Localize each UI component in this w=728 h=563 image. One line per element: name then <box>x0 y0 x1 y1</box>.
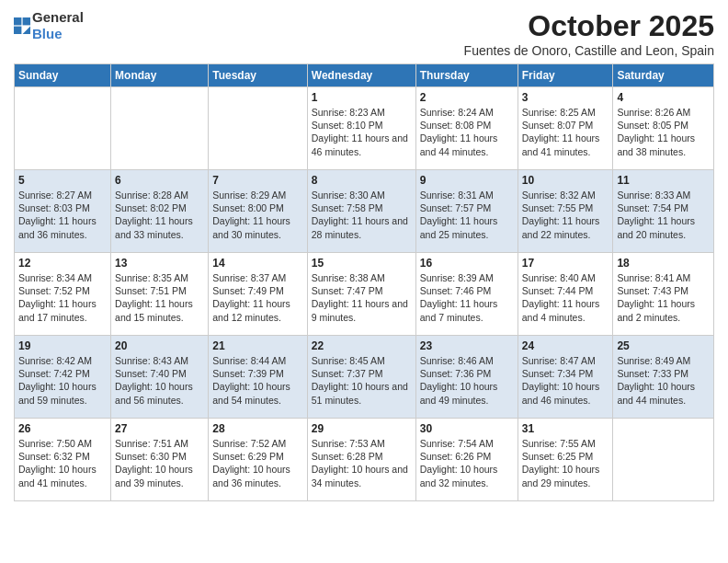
day-cell: 17Sunrise: 8:40 AMSunset: 7:44 PMDayligh… <box>518 253 613 336</box>
day-number: 12 <box>18 257 107 270</box>
day-info: Sunrise: 8:31 AMSunset: 7:57 PMDaylight:… <box>420 190 498 240</box>
day-number: 9 <box>420 174 514 187</box>
day-number: 19 <box>18 339 107 352</box>
col-sunday: Sunday <box>15 64 111 87</box>
day-info: Sunrise: 8:46 AMSunset: 7:36 PMDaylight:… <box>420 355 498 406</box>
calendar-header: Sunday Monday Tuesday Wednesday Thursday… <box>15 64 714 87</box>
day-cell: 24Sunrise: 8:47 AMSunset: 7:34 PMDayligh… <box>518 336 613 419</box>
day-info: Sunrise: 7:51 AMSunset: 6:30 PMDaylight:… <box>115 438 193 488</box>
title-area: October 2025 Fuentes de Onoro, Castille … <box>464 9 714 58</box>
day-info: Sunrise: 8:35 AMSunset: 7:51 PMDaylight:… <box>115 272 193 323</box>
day-number: 3 <box>522 91 609 104</box>
day-cell <box>15 87 111 170</box>
day-info: Sunrise: 7:50 AMSunset: 6:32 PMDaylight:… <box>18 438 97 488</box>
day-cell: 6Sunrise: 8:28 AMSunset: 8:02 PMDaylight… <box>111 170 209 253</box>
day-number: 31 <box>522 422 609 435</box>
header-row: Sunday Monday Tuesday Wednesday Thursday… <box>15 64 714 87</box>
day-cell: 13Sunrise: 8:35 AMSunset: 7:51 PMDayligh… <box>111 253 209 336</box>
day-number: 23 <box>420 339 514 352</box>
col-friday: Friday <box>518 64 613 87</box>
day-number: 18 <box>617 257 710 270</box>
week-row-0: 1Sunrise: 8:23 AMSunset: 8:10 PMDaylight… <box>15 87 714 170</box>
day-cell: 18Sunrise: 8:41 AMSunset: 7:43 PMDayligh… <box>613 253 714 336</box>
day-info: Sunrise: 8:37 AMSunset: 7:49 PMDaylight:… <box>212 272 290 323</box>
day-info: Sunrise: 8:41 AMSunset: 7:43 PMDaylight:… <box>617 272 695 323</box>
day-number: 17 <box>522 257 609 270</box>
subtitle: Fuentes de Onoro, Castille and Leon, Spa… <box>464 43 714 58</box>
day-info: Sunrise: 8:44 AMSunset: 7:39 PMDaylight:… <box>212 355 290 406</box>
day-cell: 31Sunrise: 7:55 AMSunset: 6:25 PMDayligh… <box>518 419 613 501</box>
day-cell: 28Sunrise: 7:52 AMSunset: 6:29 PMDayligh… <box>209 419 308 501</box>
day-info: Sunrise: 8:32 AMSunset: 7:55 PMDaylight:… <box>522 190 600 240</box>
day-cell: 9Sunrise: 8:31 AMSunset: 7:57 PMDaylight… <box>415 170 518 253</box>
week-row-4: 26Sunrise: 7:50 AMSunset: 6:32 PMDayligh… <box>15 419 714 501</box>
day-info: Sunrise: 8:43 AMSunset: 7:40 PMDaylight:… <box>115 355 193 406</box>
day-info: Sunrise: 8:45 AMSunset: 7:37 PMDaylight:… <box>312 355 408 406</box>
day-cell: 8Sunrise: 8:30 AMSunset: 7:58 PMDaylight… <box>307 170 415 253</box>
svg-rect-0 <box>14 17 21 25</box>
day-number: 2 <box>420 91 514 104</box>
day-cell <box>613 419 714 501</box>
svg-rect-1 <box>23 17 30 25</box>
header: General Blue October 2025 Fuentes de Ono… <box>14 9 714 58</box>
day-info: Sunrise: 7:53 AMSunset: 6:28 PMDaylight:… <box>312 438 408 488</box>
day-number: 11 <box>617 174 710 187</box>
day-number: 29 <box>312 422 412 435</box>
day-number: 6 <box>115 174 204 187</box>
day-cell <box>209 87 308 170</box>
day-info: Sunrise: 8:28 AMSunset: 8:02 PMDaylight:… <box>115 190 193 240</box>
day-number: 21 <box>212 339 303 352</box>
day-number: 25 <box>617 339 710 352</box>
logo-blue: Blue <box>32 26 63 41</box>
day-cell: 15Sunrise: 8:38 AMSunset: 7:47 PMDayligh… <box>307 253 415 336</box>
week-row-2: 12Sunrise: 8:34 AMSunset: 7:52 PMDayligh… <box>15 253 714 336</box>
day-cell: 7Sunrise: 8:29 AMSunset: 8:00 PMDaylight… <box>209 170 308 253</box>
day-info: Sunrise: 8:38 AMSunset: 7:47 PMDaylight:… <box>312 272 408 323</box>
day-number: 13 <box>115 257 204 270</box>
day-cell: 26Sunrise: 7:50 AMSunset: 6:32 PMDayligh… <box>15 419 111 501</box>
day-cell: 2Sunrise: 8:24 AMSunset: 8:08 PMDaylight… <box>415 87 518 170</box>
day-cell: 22Sunrise: 8:45 AMSunset: 7:37 PMDayligh… <box>307 336 415 419</box>
calendar-table: Sunday Monday Tuesday Wednesday Thursday… <box>14 63 714 501</box>
day-info: Sunrise: 8:29 AMSunset: 8:00 PMDaylight:… <box>212 190 290 240</box>
day-info: Sunrise: 8:39 AMSunset: 7:46 PMDaylight:… <box>420 272 498 323</box>
day-cell: 11Sunrise: 8:33 AMSunset: 7:54 PMDayligh… <box>613 170 714 253</box>
day-info: Sunrise: 8:33 AMSunset: 7:54 PMDaylight:… <box>617 190 695 240</box>
day-cell: 4Sunrise: 8:26 AMSunset: 8:05 PMDaylight… <box>613 87 714 170</box>
day-info: Sunrise: 8:40 AMSunset: 7:44 PMDaylight:… <box>522 272 600 323</box>
day-info: Sunrise: 7:55 AMSunset: 6:25 PMDaylight:… <box>522 438 600 488</box>
day-info: Sunrise: 8:49 AMSunset: 7:33 PMDaylight:… <box>617 355 695 406</box>
col-saturday: Saturday <box>613 64 714 87</box>
day-cell: 29Sunrise: 7:53 AMSunset: 6:28 PMDayligh… <box>307 419 415 501</box>
col-tuesday: Tuesday <box>209 64 308 87</box>
day-cell: 12Sunrise: 8:34 AMSunset: 7:52 PMDayligh… <box>15 253 111 336</box>
day-number: 20 <box>115 339 204 352</box>
calendar-body: 1Sunrise: 8:23 AMSunset: 8:10 PMDaylight… <box>15 87 714 501</box>
day-cell: 19Sunrise: 8:42 AMSunset: 7:42 PMDayligh… <box>15 336 111 419</box>
logo-general: General <box>32 9 84 25</box>
day-number: 15 <box>312 257 412 270</box>
day-info: Sunrise: 8:26 AMSunset: 8:05 PMDaylight:… <box>617 107 695 157</box>
day-number: 5 <box>18 174 107 187</box>
day-number: 14 <box>212 257 303 270</box>
day-cell: 20Sunrise: 8:43 AMSunset: 7:40 PMDayligh… <box>111 336 209 419</box>
day-info: Sunrise: 8:34 AMSunset: 7:52 PMDaylight:… <box>18 272 97 323</box>
day-cell: 5Sunrise: 8:27 AMSunset: 8:03 PMDaylight… <box>15 170 111 253</box>
logo-text: General Blue <box>32 9 84 42</box>
day-cell: 16Sunrise: 8:39 AMSunset: 7:46 PMDayligh… <box>415 253 518 336</box>
day-info: Sunrise: 7:52 AMSunset: 6:29 PMDaylight:… <box>212 438 290 488</box>
week-row-1: 5Sunrise: 8:27 AMSunset: 8:03 PMDaylight… <box>15 170 714 253</box>
col-wednesday: Wednesday <box>307 64 415 87</box>
day-number: 7 <box>212 174 303 187</box>
day-number: 24 <box>522 339 609 352</box>
svg-rect-2 <box>14 27 21 34</box>
day-info: Sunrise: 8:25 AMSunset: 8:07 PMDaylight:… <box>522 107 600 157</box>
day-number: 22 <box>312 339 412 352</box>
logo-icon <box>14 17 30 34</box>
day-info: Sunrise: 8:42 AMSunset: 7:42 PMDaylight:… <box>18 355 97 406</box>
day-cell: 14Sunrise: 8:37 AMSunset: 7:49 PMDayligh… <box>209 253 308 336</box>
col-monday: Monday <box>111 64 209 87</box>
day-cell: 3Sunrise: 8:25 AMSunset: 8:07 PMDaylight… <box>518 87 613 170</box>
day-info: Sunrise: 8:23 AMSunset: 8:10 PMDaylight:… <box>312 107 408 157</box>
day-cell: 21Sunrise: 8:44 AMSunset: 7:39 PMDayligh… <box>209 336 308 419</box>
